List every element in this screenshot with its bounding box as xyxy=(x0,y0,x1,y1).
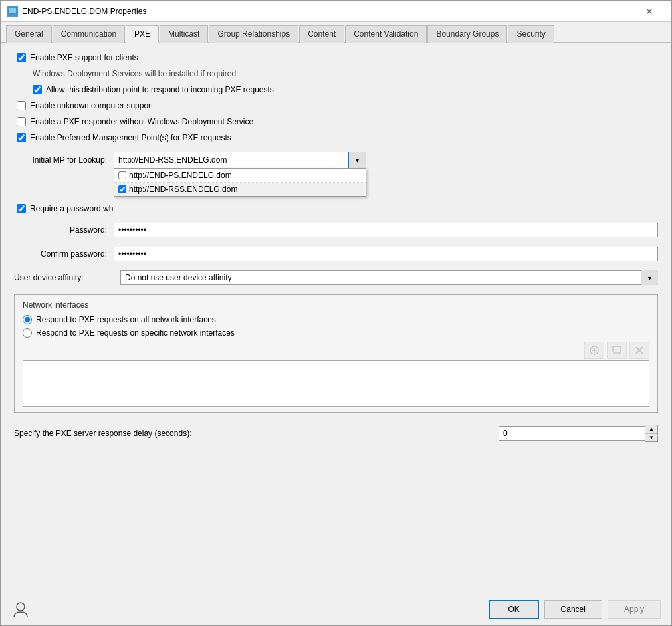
confirm-password-row: Confirm password: xyxy=(14,247,658,261)
spinner-up-button[interactable]: ▲ xyxy=(645,425,657,433)
main-window: END-PS.ENDELG.DOM Properties ✕ General C… xyxy=(0,0,672,626)
enable-preferred-label: Enable Preferred Management Point(s) for… xyxy=(30,133,231,142)
enable-unknown-row: Enable unknown computer support xyxy=(17,101,658,110)
dropdown-item-rss-checkbox[interactable] xyxy=(118,185,126,193)
initial-mp-value: http://END-RSS.ENDELG.dom xyxy=(114,154,348,167)
ok-button[interactable]: OK xyxy=(489,600,539,619)
enable-unknown-label: Enable unknown computer support xyxy=(30,101,153,110)
spinner-down-button[interactable]: ▼ xyxy=(645,433,657,441)
wds-note: Windows Deployment Services will be inst… xyxy=(33,69,658,78)
interfaces-list xyxy=(23,360,649,407)
tab-content-validation[interactable]: Content Validation xyxy=(345,25,427,43)
add-interface-button[interactable] xyxy=(584,342,604,359)
bottom-left xyxy=(11,600,30,619)
affinity-select-container: Do not use user device affinity Allow us… xyxy=(120,270,658,285)
tab-security[interactable]: Security xyxy=(508,25,554,43)
radio-specific-label: Respond to PXE requests on specific netw… xyxy=(36,328,235,338)
pxe-content: Enable PXE support for clients Windows D… xyxy=(1,43,671,593)
apply-button[interactable]: Apply xyxy=(608,600,661,619)
remove-interface-button[interactable] xyxy=(629,342,649,359)
bottom-bar: OK Cancel Apply xyxy=(1,593,671,625)
enable-responder-row: Enable a PXE responder without Windows D… xyxy=(17,117,658,126)
delay-row: Specify the PXE server response delay (s… xyxy=(14,425,658,442)
delay-label: Specify the PXE server response delay (s… xyxy=(14,429,492,438)
tab-general[interactable]: General xyxy=(6,25,52,43)
radio-specific-row: Respond to PXE requests on specific netw… xyxy=(23,328,649,338)
dropdown-item-ps-checkbox[interactable] xyxy=(118,171,126,179)
svg-point-10 xyxy=(17,603,25,611)
allow-respond-row: Allow this distribution point to respond… xyxy=(33,85,658,94)
enable-pxe-checkbox[interactable] xyxy=(17,53,26,62)
radio-all-interfaces[interactable] xyxy=(23,315,32,324)
initial-mp-arrow[interactable]: ▾ xyxy=(348,152,366,168)
tab-content[interactable]: Content xyxy=(299,25,344,43)
window-icon xyxy=(7,6,18,17)
title-bar-left: END-PS.ENDELG.DOM Properties xyxy=(7,6,146,17)
window-title: END-PS.ENDELG.DOM Properties xyxy=(22,7,146,16)
delay-input[interactable] xyxy=(499,426,645,441)
initial-mp-label: Initial MP for Lookup: xyxy=(14,156,107,165)
delay-spinner: ▲ ▼ xyxy=(499,425,658,442)
close-button[interactable]: ✕ xyxy=(634,5,665,18)
tab-pxe[interactable]: PXE xyxy=(126,25,159,43)
affinity-select[interactable]: Do not use user device affinity Allow us… xyxy=(120,270,658,285)
confirm-password-input[interactable] xyxy=(114,247,658,261)
dropdown-item-ps-label: http://END-PS.ENDELG.dom xyxy=(129,171,232,180)
enable-responder-label: Enable a PXE responder without Windows D… xyxy=(30,117,253,126)
affinity-label: User device affinity: xyxy=(14,273,114,282)
enable-pxe-row: Enable PXE support for clients xyxy=(17,53,658,62)
enable-responder-checkbox[interactable] xyxy=(17,117,26,126)
svg-rect-2 xyxy=(9,15,17,15)
dropdown-item-rss[interactable]: http://END-RSS.ENDELG.dom xyxy=(114,183,366,196)
initial-mp-list: http://END-PS.ENDELG.dom http://END-RSS.… xyxy=(114,168,366,197)
allow-respond-label: Allow this distribution point to respond… xyxy=(46,85,274,94)
require-password-label: Require a password wh xyxy=(30,204,113,213)
user-icon xyxy=(11,600,30,619)
spinner-buttons: ▲ ▼ xyxy=(645,425,658,442)
tabs-bar: General Communication PXE Multicast Grou… xyxy=(1,22,671,43)
require-password-row: Require a password wh xyxy=(17,204,658,213)
network-interfaces-title: Network interfaces xyxy=(23,300,649,310)
edit-interface-button[interactable] xyxy=(607,342,627,359)
initial-mp-dropdown: http://END-RSS.ENDELG.dom ▾ http://END-P… xyxy=(114,152,366,168)
interfaces-toolbar xyxy=(23,342,649,359)
password-label: Password: xyxy=(14,225,107,235)
confirm-password-label: Confirm password: xyxy=(14,249,107,259)
initial-mp-dropdown-main: http://END-RSS.ENDELG.dom ▾ xyxy=(114,152,366,168)
dropdown-item-ps[interactable]: http://END-PS.ENDELG.dom xyxy=(114,169,366,183)
password-row: Password: xyxy=(14,223,658,237)
initial-mp-row: Initial MP for Lookup: http://END-RSS.EN… xyxy=(14,152,658,168)
require-password-checkbox[interactable] xyxy=(17,204,26,213)
enable-unknown-checkbox[interactable] xyxy=(17,101,26,110)
dropdown-item-rss-label: http://END-RSS.ENDELG.dom xyxy=(129,185,237,194)
tab-communication[interactable]: Communication xyxy=(53,25,125,43)
password-input[interactable] xyxy=(114,223,658,237)
network-interfaces-group: Network interfaces Respond to PXE reques… xyxy=(14,294,658,413)
tab-boundary-groups[interactable]: Boundary Groups xyxy=(427,25,507,43)
allow-respond-checkbox[interactable] xyxy=(33,85,42,94)
radio-all-label: Respond to PXE requests on all network i… xyxy=(36,315,216,324)
cancel-button[interactable]: Cancel xyxy=(544,600,602,619)
bottom-buttons: OK Cancel Apply xyxy=(489,600,661,619)
svg-rect-1 xyxy=(9,8,16,13)
svg-rect-6 xyxy=(613,346,621,352)
enable-preferred-row: Enable Preferred Management Point(s) for… xyxy=(17,133,658,142)
radio-specific-interfaces[interactable] xyxy=(23,328,32,338)
enable-preferred-checkbox[interactable] xyxy=(17,133,26,142)
tab-group-relationships[interactable]: Group Relationships xyxy=(209,25,298,43)
enable-pxe-label: Enable PXE support for clients xyxy=(30,53,138,62)
radio-all-row: Respond to PXE requests on all network i… xyxy=(23,315,649,324)
tab-multicast[interactable]: Multicast xyxy=(160,25,208,43)
title-bar: END-PS.ENDELG.DOM Properties ✕ xyxy=(1,1,671,22)
user-affinity-row: User device affinity: Do not use user de… xyxy=(14,270,658,285)
